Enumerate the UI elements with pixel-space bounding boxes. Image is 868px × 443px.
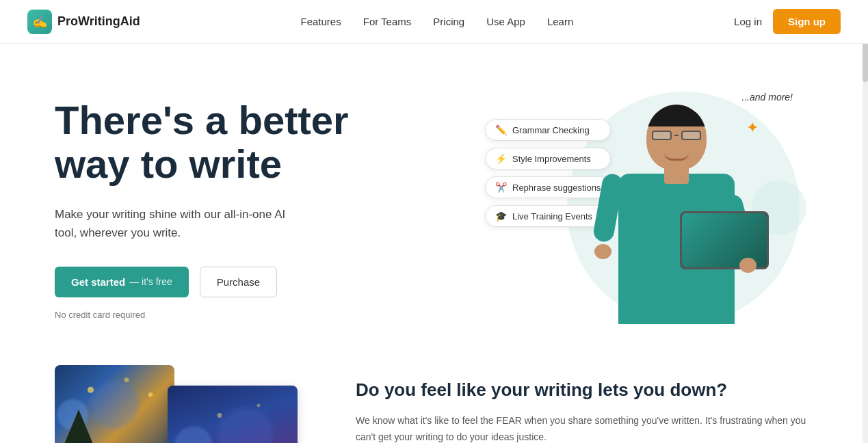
nav-actions: Log in Sign up — [734, 9, 841, 34]
head — [646, 105, 707, 170]
nav-learn[interactable]: Learn — [547, 16, 573, 27]
logo-text: ProWritingAid — [57, 14, 140, 29]
rephrase-icon: ✂️ — [495, 182, 507, 193]
person-illustration — [581, 92, 772, 324]
hero-illustration: ...and more! ✦ ✏️ Grammar Checking ⚡ Sty… — [485, 78, 813, 324]
no-credit-card-text: No credit card required — [55, 310, 349, 320]
hero-subtext: Make your writing shine with our all-in-… — [55, 205, 301, 242]
purchase-button[interactable]: Purchase — [200, 267, 277, 297]
laptop — [680, 211, 769, 269]
scrollbar[interactable] — [863, 0, 868, 443]
nav-features[interactable]: Features — [301, 16, 341, 27]
lower-headline: Do you feel like your writing lets you d… — [356, 379, 813, 402]
login-button[interactable]: Log in — [734, 16, 762, 27]
glasses — [652, 131, 701, 140]
hero-section: There's a better way to write Make your … — [0, 44, 868, 351]
nav-for-teams[interactable]: For Teams — [363, 16, 412, 27]
artwork-images: My idea in my head — [55, 365, 301, 443]
hair — [646, 105, 707, 126]
person-body — [611, 112, 741, 324]
training-icon: 🎓 — [495, 211, 507, 222]
nav-links: Features For Teams Pricing Use App Learn — [301, 16, 574, 27]
nav-pricing[interactable]: Pricing — [433, 16, 464, 27]
hero-content: There's a better way to write Make your … — [55, 85, 349, 320]
get-started-button[interactable]: Get started — it's free — [55, 267, 189, 297]
lower-text-content: Do you feel like your writing lets you d… — [356, 365, 813, 443]
hand-left — [594, 244, 611, 259]
lower-body-text: We know what it's like to feel the FEAR … — [356, 413, 813, 443]
grammar-icon: ✏️ — [495, 124, 507, 135]
logo-link[interactable]: ✍ ProWritingAid — [27, 10, 140, 34]
starry-night-card-1 — [55, 365, 174, 443]
signup-button[interactable]: Sign up — [773, 9, 841, 34]
navbar: ✍ ProWritingAid Features For Teams Prici… — [0, 0, 868, 44]
hero-headline: There's a better way to write — [55, 98, 349, 186]
hand-right — [739, 258, 757, 273]
nav-use-app[interactable]: Use App — [486, 16, 525, 27]
hero-cta-group: Get started — it's free Purchase — [55, 267, 349, 297]
smile — [664, 152, 689, 161]
style-icon: ⚡ — [495, 153, 507, 164]
lower-section: My idea in my head Do you feel like your… — [0, 351, 868, 443]
logo-icon: ✍ — [27, 10, 52, 34]
starry-night-card-2: My idea in my head — [168, 386, 298, 443]
